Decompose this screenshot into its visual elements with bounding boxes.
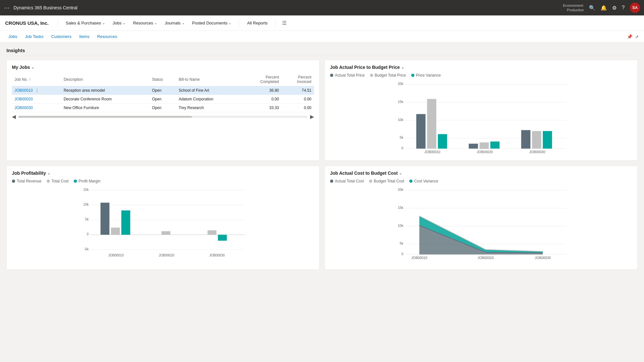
bar-budget (427, 99, 436, 149)
nav-all-reports[interactable]: All Reports (243, 21, 271, 25)
price-bar-chart: 20k 15k 10k 5k 0 JOB00010 (330, 81, 632, 155)
legend-cost-variance: Cost Variance (409, 179, 438, 183)
svg-text:10k: 10k (398, 224, 404, 227)
svg-text:JOB00030: JOB00030 (209, 254, 225, 257)
jobs-table: Job No. ↑ Description Status Bill-to Nam… (12, 73, 314, 112)
job-no-cell: JOB00020 (12, 95, 61, 104)
table-row[interactable]: JOB00030 New Office Furniture Open Trey … (12, 104, 314, 112)
job-link[interactable]: JOB00020 (14, 97, 33, 101)
svg-text:20k: 20k (398, 82, 404, 86)
legend-budget-price: Budget Total Price (370, 73, 406, 78)
profitability-chart-panel: Job Profitability ⌄ Total Revenue Total … (6, 166, 319, 270)
svg-text:JOB00030: JOB00030 (535, 256, 551, 260)
cost-chart-chevron[interactable]: ⌄ (399, 171, 402, 175)
subnav-items[interactable]: Items (76, 31, 93, 42)
expand-icon[interactable]: ➚ (635, 34, 639, 39)
hamburger-icon[interactable]: ☰ (282, 20, 287, 26)
description-cell: New Office Furniture (61, 104, 149, 112)
nav-divider-2 (239, 19, 239, 28)
legend-budget-cost: Budget Total Cost (369, 179, 404, 183)
nav-jobs[interactable]: Jobs⌄ (109, 15, 129, 31)
svg-text:5k: 5k (85, 218, 89, 221)
subnav-resources[interactable]: Resources (94, 31, 120, 42)
app-title: Dynamics 365 Business Central (14, 5, 77, 10)
job-no-cell: JOB00010 ⋮ (12, 86, 61, 95)
waffle-icon[interactable]: ⋯ (4, 4, 10, 11)
row-actions-icon[interactable]: ⋮ (35, 88, 39, 93)
total-revenue-dot (12, 180, 15, 183)
status-cell: Open (149, 104, 176, 112)
pct-invoiced-cell: 0.00 (281, 95, 314, 104)
legend-actual-cost: Actual Total Cost (330, 179, 364, 183)
scroll-left-arrow[interactable]: ◀ (12, 114, 16, 120)
notification-icon[interactable]: 🔔 (601, 5, 607, 11)
subnav-customers[interactable]: Customers (48, 31, 75, 42)
svg-text:JOB00020: JOB00020 (478, 256, 494, 260)
subnav-icons: 📌 ➚ (627, 34, 639, 39)
bar-margin (121, 210, 130, 235)
nav-resources[interactable]: Resources⌄ (129, 15, 161, 31)
scroll-right-arrow[interactable]: ▶ (310, 114, 314, 120)
svg-text:0: 0 (402, 146, 403, 150)
job-link[interactable]: JOB00010 (14, 88, 33, 93)
company-name: CRONUS USA, Inc. (5, 20, 49, 26)
profitability-chart-legend: Total Revenue Total Cost Profit Margin (12, 179, 314, 183)
description-cell: Reception area remodel (61, 86, 149, 95)
bill-to-cell: School of Fine Art (176, 86, 242, 95)
actual-price-dot (330, 74, 333, 77)
bar-cost (111, 227, 120, 235)
insights-title: Insights (6, 48, 638, 56)
pct-invoiced-cell: 74.51 (281, 86, 314, 95)
job-link[interactable]: JOB00030 (14, 106, 33, 110)
bar-actual (469, 144, 478, 149)
svg-text:15k: 15k (398, 206, 404, 209)
svg-text:10k: 10k (398, 118, 404, 122)
profitability-chart-title: Job Profitability ⌄ (12, 171, 314, 176)
subnav-jobs[interactable]: Jobs (5, 31, 20, 42)
bill-to-cell: Trey Research (176, 104, 242, 112)
table-nav: ◀ ▶ (12, 112, 314, 121)
price-chart-panel: Job Actual Price to Budget Price ⌄ Actua… (325, 60, 638, 161)
svg-text:20k: 20k (398, 188, 404, 191)
table-row[interactable]: JOB00020 Decorate Conference Room Open A… (12, 95, 314, 104)
legend-total-cost: Total Cost (47, 179, 69, 183)
svg-text:JOB00010: JOB00010 (108, 254, 124, 257)
jobs-table-container: Job No. ↑ Description Status Bill-to Nam… (12, 73, 314, 112)
bar-variance (543, 131, 552, 149)
svg-text:10k: 10k (83, 203, 89, 206)
pct-invoiced-cell: 0.00 (281, 104, 314, 112)
bar-revenue (100, 203, 109, 235)
pin-icon[interactable]: 📌 (627, 34, 632, 39)
bar-budget (479, 143, 489, 149)
nav-divider-3 (275, 19, 276, 28)
table-row[interactable]: JOB00010 ⋮ Reception area remodel Open S… (12, 86, 314, 95)
scroll-bar[interactable] (18, 116, 308, 118)
budget-cost-dot (369, 180, 372, 183)
description-cell: Decorate Conference Room (61, 95, 149, 104)
nav-posted-documents[interactable]: Posted Documents⌄ (188, 15, 235, 31)
pct-completed-cell: 0.00 (242, 95, 282, 104)
bar-margin (218, 235, 227, 241)
avatar[interactable]: SA (630, 3, 640, 13)
search-icon[interactable]: 🔍 (589, 5, 595, 11)
subnav-job-tasks[interactable]: Job Tasks (22, 31, 47, 42)
topbar: ⋯ Dynamics 365 Business Central Environm… (0, 0, 644, 15)
status-cell: Open (149, 95, 176, 104)
col-job-no[interactable]: Job No. ↑ (12, 73, 61, 86)
price-chart-legend: Actual Total Price Budget Total Price Pr… (330, 73, 632, 78)
nav-journals[interactable]: Journals⌄ (161, 15, 188, 31)
nav-sales-purchases[interactable]: Sales & Purchases⌄ (62, 15, 109, 31)
svg-text:JOB00030: JOB00030 (529, 150, 545, 154)
bar-variance (438, 134, 447, 149)
price-chart-title: Job Actual Price to Budget Price ⌄ (330, 65, 632, 70)
charts-row-2: Job Profitability ⌄ Total Revenue Total … (6, 166, 638, 270)
svg-text:JOB00020: JOB00020 (159, 254, 174, 257)
bar-actual (521, 130, 531, 149)
price-variance-dot (411, 74, 414, 77)
my-jobs-chevron[interactable]: ⌄ (31, 65, 34, 70)
price-chart-chevron[interactable]: ⌄ (401, 65, 404, 70)
profitability-chart-chevron[interactable]: ⌄ (47, 171, 50, 175)
settings-icon[interactable]: ⚙ (612, 5, 617, 11)
legend-total-revenue: Total Revenue (12, 179, 42, 183)
help-icon[interactable]: ? (622, 5, 625, 11)
